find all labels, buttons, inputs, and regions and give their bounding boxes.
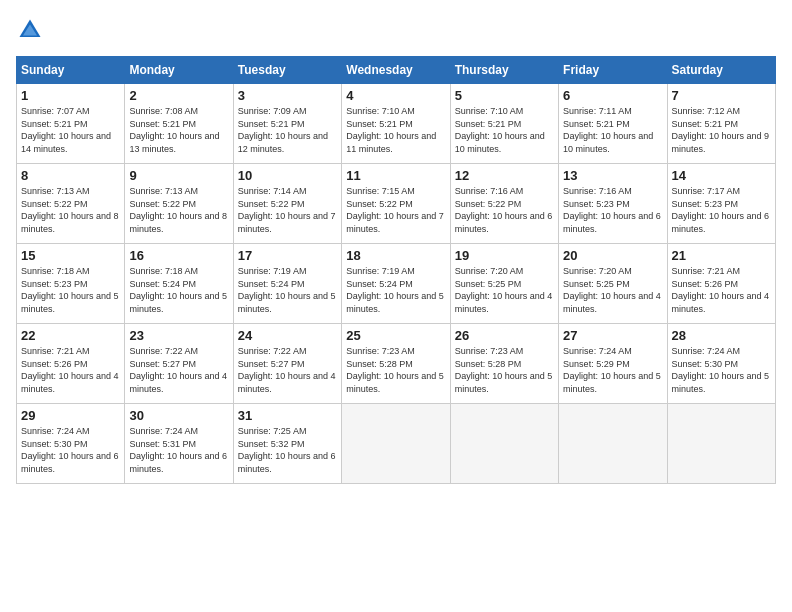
day-cell: 5Sunrise: 7:10 AMSunset: 5:21 PMDaylight… xyxy=(450,84,558,164)
day-cell: 11Sunrise: 7:15 AMSunset: 5:22 PMDayligh… xyxy=(342,164,450,244)
day-cell xyxy=(667,404,775,484)
day-info: Sunrise: 7:18 AMSunset: 5:24 PMDaylight:… xyxy=(129,265,228,315)
week-row-4: 22Sunrise: 7:21 AMSunset: 5:26 PMDayligh… xyxy=(17,324,776,404)
day-number: 31 xyxy=(238,408,337,423)
day-info: Sunrise: 7:24 AMSunset: 5:30 PMDaylight:… xyxy=(672,345,771,395)
day-cell: 7Sunrise: 7:12 AMSunset: 5:21 PMDaylight… xyxy=(667,84,775,164)
header-saturday: Saturday xyxy=(667,57,775,84)
day-number: 7 xyxy=(672,88,771,103)
day-cell: 25Sunrise: 7:23 AMSunset: 5:28 PMDayligh… xyxy=(342,324,450,404)
day-number: 13 xyxy=(563,168,662,183)
day-info: Sunrise: 7:13 AMSunset: 5:22 PMDaylight:… xyxy=(129,185,228,235)
day-number: 29 xyxy=(21,408,120,423)
day-info: Sunrise: 7:14 AMSunset: 5:22 PMDaylight:… xyxy=(238,185,337,235)
day-cell: 12Sunrise: 7:16 AMSunset: 5:22 PMDayligh… xyxy=(450,164,558,244)
day-info: Sunrise: 7:10 AMSunset: 5:21 PMDaylight:… xyxy=(346,105,445,155)
day-cell xyxy=(342,404,450,484)
day-info: Sunrise: 7:16 AMSunset: 5:23 PMDaylight:… xyxy=(563,185,662,235)
day-number: 18 xyxy=(346,248,445,263)
day-number: 5 xyxy=(455,88,554,103)
day-number: 20 xyxy=(563,248,662,263)
day-info: Sunrise: 7:23 AMSunset: 5:28 PMDaylight:… xyxy=(455,345,554,395)
day-number: 30 xyxy=(129,408,228,423)
day-cell: 29Sunrise: 7:24 AMSunset: 5:30 PMDayligh… xyxy=(17,404,125,484)
day-number: 2 xyxy=(129,88,228,103)
day-info: Sunrise: 7:07 AMSunset: 5:21 PMDaylight:… xyxy=(21,105,120,155)
week-row-3: 15Sunrise: 7:18 AMSunset: 5:23 PMDayligh… xyxy=(17,244,776,324)
logo-icon xyxy=(16,16,44,44)
day-cell xyxy=(450,404,558,484)
day-info: Sunrise: 7:21 AMSunset: 5:26 PMDaylight:… xyxy=(21,345,120,395)
day-info: Sunrise: 7:08 AMSunset: 5:21 PMDaylight:… xyxy=(129,105,228,155)
day-number: 27 xyxy=(563,328,662,343)
day-cell: 19Sunrise: 7:20 AMSunset: 5:25 PMDayligh… xyxy=(450,244,558,324)
calendar-table: SundayMondayTuesdayWednesdayThursdayFrid… xyxy=(16,56,776,484)
day-cell: 27Sunrise: 7:24 AMSunset: 5:29 PMDayligh… xyxy=(559,324,667,404)
day-number: 10 xyxy=(238,168,337,183)
day-number: 21 xyxy=(672,248,771,263)
day-info: Sunrise: 7:24 AMSunset: 5:29 PMDaylight:… xyxy=(563,345,662,395)
day-cell: 28Sunrise: 7:24 AMSunset: 5:30 PMDayligh… xyxy=(667,324,775,404)
week-row-2: 8Sunrise: 7:13 AMSunset: 5:22 PMDaylight… xyxy=(17,164,776,244)
day-info: Sunrise: 7:25 AMSunset: 5:32 PMDaylight:… xyxy=(238,425,337,475)
day-cell: 24Sunrise: 7:22 AMSunset: 5:27 PMDayligh… xyxy=(233,324,341,404)
day-info: Sunrise: 7:10 AMSunset: 5:21 PMDaylight:… xyxy=(455,105,554,155)
day-cell: 31Sunrise: 7:25 AMSunset: 5:32 PMDayligh… xyxy=(233,404,341,484)
day-cell: 15Sunrise: 7:18 AMSunset: 5:23 PMDayligh… xyxy=(17,244,125,324)
day-info: Sunrise: 7:11 AMSunset: 5:21 PMDaylight:… xyxy=(563,105,662,155)
day-number: 22 xyxy=(21,328,120,343)
day-cell: 23Sunrise: 7:22 AMSunset: 5:27 PMDayligh… xyxy=(125,324,233,404)
day-number: 17 xyxy=(238,248,337,263)
header-wednesday: Wednesday xyxy=(342,57,450,84)
header-monday: Monday xyxy=(125,57,233,84)
day-number: 8 xyxy=(21,168,120,183)
day-cell: 22Sunrise: 7:21 AMSunset: 5:26 PMDayligh… xyxy=(17,324,125,404)
day-number: 12 xyxy=(455,168,554,183)
page-header xyxy=(16,16,776,44)
day-number: 14 xyxy=(672,168,771,183)
header-row: SundayMondayTuesdayWednesdayThursdayFrid… xyxy=(17,57,776,84)
day-number: 1 xyxy=(21,88,120,103)
day-number: 19 xyxy=(455,248,554,263)
header-tuesday: Tuesday xyxy=(233,57,341,84)
day-number: 3 xyxy=(238,88,337,103)
week-row-5: 29Sunrise: 7:24 AMSunset: 5:30 PMDayligh… xyxy=(17,404,776,484)
day-info: Sunrise: 7:19 AMSunset: 5:24 PMDaylight:… xyxy=(346,265,445,315)
day-cell: 4Sunrise: 7:10 AMSunset: 5:21 PMDaylight… xyxy=(342,84,450,164)
week-row-1: 1Sunrise: 7:07 AMSunset: 5:21 PMDaylight… xyxy=(17,84,776,164)
day-number: 15 xyxy=(21,248,120,263)
day-cell: 9Sunrise: 7:13 AMSunset: 5:22 PMDaylight… xyxy=(125,164,233,244)
header-thursday: Thursday xyxy=(450,57,558,84)
day-cell: 1Sunrise: 7:07 AMSunset: 5:21 PMDaylight… xyxy=(17,84,125,164)
day-info: Sunrise: 7:20 AMSunset: 5:25 PMDaylight:… xyxy=(563,265,662,315)
day-info: Sunrise: 7:16 AMSunset: 5:22 PMDaylight:… xyxy=(455,185,554,235)
day-info: Sunrise: 7:13 AMSunset: 5:22 PMDaylight:… xyxy=(21,185,120,235)
day-cell: 26Sunrise: 7:23 AMSunset: 5:28 PMDayligh… xyxy=(450,324,558,404)
header-sunday: Sunday xyxy=(17,57,125,84)
day-cell: 18Sunrise: 7:19 AMSunset: 5:24 PMDayligh… xyxy=(342,244,450,324)
day-number: 23 xyxy=(129,328,228,343)
day-cell: 6Sunrise: 7:11 AMSunset: 5:21 PMDaylight… xyxy=(559,84,667,164)
day-cell xyxy=(559,404,667,484)
day-number: 4 xyxy=(346,88,445,103)
day-cell: 8Sunrise: 7:13 AMSunset: 5:22 PMDaylight… xyxy=(17,164,125,244)
day-cell: 16Sunrise: 7:18 AMSunset: 5:24 PMDayligh… xyxy=(125,244,233,324)
day-number: 6 xyxy=(563,88,662,103)
day-info: Sunrise: 7:09 AMSunset: 5:21 PMDaylight:… xyxy=(238,105,337,155)
day-info: Sunrise: 7:23 AMSunset: 5:28 PMDaylight:… xyxy=(346,345,445,395)
day-number: 24 xyxy=(238,328,337,343)
day-info: Sunrise: 7:24 AMSunset: 5:30 PMDaylight:… xyxy=(21,425,120,475)
logo xyxy=(16,16,48,44)
day-cell: 10Sunrise: 7:14 AMSunset: 5:22 PMDayligh… xyxy=(233,164,341,244)
day-cell: 30Sunrise: 7:24 AMSunset: 5:31 PMDayligh… xyxy=(125,404,233,484)
day-info: Sunrise: 7:19 AMSunset: 5:24 PMDaylight:… xyxy=(238,265,337,315)
day-cell: 2Sunrise: 7:08 AMSunset: 5:21 PMDaylight… xyxy=(125,84,233,164)
day-number: 11 xyxy=(346,168,445,183)
day-cell: 13Sunrise: 7:16 AMSunset: 5:23 PMDayligh… xyxy=(559,164,667,244)
day-cell: 17Sunrise: 7:19 AMSunset: 5:24 PMDayligh… xyxy=(233,244,341,324)
day-number: 25 xyxy=(346,328,445,343)
day-info: Sunrise: 7:22 AMSunset: 5:27 PMDaylight:… xyxy=(129,345,228,395)
day-number: 9 xyxy=(129,168,228,183)
day-cell: 14Sunrise: 7:17 AMSunset: 5:23 PMDayligh… xyxy=(667,164,775,244)
day-info: Sunrise: 7:22 AMSunset: 5:27 PMDaylight:… xyxy=(238,345,337,395)
